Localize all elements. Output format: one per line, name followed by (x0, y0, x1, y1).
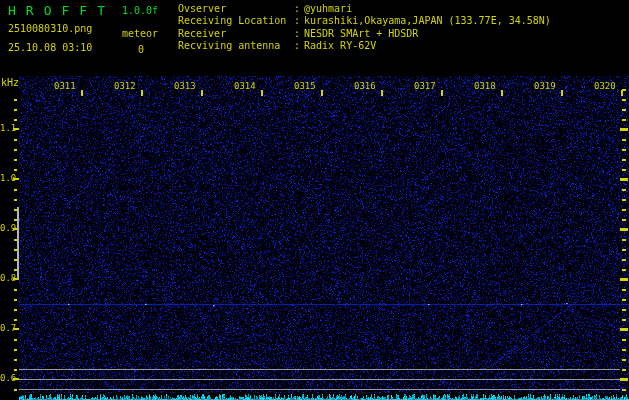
reference-line (19, 379, 620, 380)
time-tick (321, 90, 323, 96)
time-tick-label: 0318 (474, 82, 496, 91)
spectrogram-canvas (0, 0, 629, 400)
freq-minor-tick-right (622, 359, 626, 361)
freq-tick-major-right (620, 128, 628, 131)
time-tick (81, 90, 83, 96)
freq-minor-tick-right (622, 259, 626, 261)
freq-minor-tick (14, 169, 17, 171)
freq-minor-tick (14, 99, 17, 101)
calibration-bar (17, 207, 19, 279)
freq-tick-major-right (620, 328, 628, 331)
info-separator: : (294, 41, 304, 51)
freq-tick-major-right (620, 278, 628, 281)
time-tick-label: 0319 (534, 82, 556, 91)
reference-line (19, 389, 620, 390)
freq-minor-tick (14, 359, 17, 361)
time-tick-label: 0316 (354, 82, 376, 91)
time-tick (141, 90, 143, 96)
info-value: kurashiki,Okayama,JAPAN (133.77E, 34.58N… (304, 15, 551, 26)
time-tick (201, 90, 203, 96)
freq-minor-tick-right (622, 119, 626, 121)
freq-axis-unit-label: kHz (1, 78, 19, 88)
freq-tick-major-right (620, 178, 628, 181)
time-tick (441, 90, 443, 96)
time-tick (261, 90, 263, 96)
info-value: Radix RY-62V (304, 40, 376, 51)
freq-tick-major (13, 328, 19, 330)
freq-minor-tick-right (622, 159, 626, 161)
freq-minor-tick-right (622, 189, 626, 191)
meteor-count: 0 (138, 45, 144, 55)
freq-tick-major-right (620, 228, 628, 231)
freq-minor-tick (14, 199, 17, 201)
freq-minor-tick-right (622, 139, 626, 141)
freq-minor-tick-right (622, 99, 626, 101)
freq-minor-tick (14, 189, 17, 191)
freq-minor-tick (14, 119, 17, 121)
observation-datetime: 25.10.08 03:10 (8, 43, 92, 53)
freq-minor-tick (14, 349, 17, 351)
app-title: HROFFT (8, 4, 115, 17)
reference-line (19, 369, 620, 370)
freq-minor-tick-right (622, 199, 626, 201)
hrofft-window: HROFFT 1.0.0f 2510080310.png meteor 25.1… (0, 0, 629, 400)
info-separator: : (294, 4, 304, 14)
freq-minor-tick (14, 309, 17, 311)
freq-minor-tick (14, 339, 17, 341)
freq-minor-tick-right (622, 339, 626, 341)
freq-minor-tick-right (622, 239, 626, 241)
time-tick-label: 0314 (234, 82, 256, 91)
info-label: Recviving antenna (178, 41, 294, 51)
freq-minor-tick-right (622, 309, 626, 311)
freq-tick-major-right (620, 378, 628, 381)
freq-minor-tick-right (622, 109, 626, 111)
time-tick (561, 90, 563, 96)
time-tick-label: 0313 (174, 82, 196, 91)
info-value: NESDR SMArt + HDSDR (304, 28, 418, 39)
freq-minor-tick-right (622, 149, 626, 151)
freq-minor-tick (14, 319, 17, 321)
freq-minor-tick-right (622, 219, 626, 221)
freq-minor-tick (14, 159, 17, 161)
freq-minor-tick-right (622, 169, 626, 171)
time-tick (381, 90, 383, 96)
info-label: Receiving Location (178, 16, 294, 26)
info-separator: : (294, 29, 304, 39)
freq-minor-tick-right (622, 209, 626, 211)
freq-minor-tick (14, 289, 17, 291)
freq-minor-tick-right (622, 289, 626, 291)
freq-minor-tick (14, 149, 17, 151)
info-label: Receiver (178, 29, 294, 39)
mode-label: meteor (122, 29, 158, 39)
freq-minor-tick-right (622, 349, 626, 351)
freq-minor-tick-right (622, 89, 626, 91)
info-label: Ovserver (178, 4, 294, 14)
freq-minor-tick-right (622, 389, 626, 391)
time-tick (501, 90, 503, 96)
freq-minor-tick-right (622, 299, 626, 301)
freq-tick-major (13, 178, 19, 180)
freq-minor-tick (14, 109, 17, 111)
time-tick-label: 0315 (294, 82, 316, 91)
station-info-row: Recviving antenna:Radix RY-62V (178, 41, 551, 53)
app-version: 1.0.0f (122, 6, 158, 16)
freq-minor-tick (14, 369, 17, 371)
freq-tick-major (13, 128, 19, 130)
freq-minor-tick (14, 139, 17, 141)
time-tick-label: 0320 (594, 82, 616, 91)
station-info-block: Ovserver:@yuhmariReceiving Location:kura… (178, 4, 551, 54)
freq-minor-tick-right (622, 249, 626, 251)
freq-minor-tick-right (622, 319, 626, 321)
freq-minor-tick-right (622, 369, 626, 371)
freq-minor-tick (14, 299, 17, 301)
time-tick-label: 0311 (54, 82, 76, 91)
info-separator: : (294, 16, 304, 26)
freq-minor-tick (14, 389, 17, 391)
info-value: @yuhmari (304, 3, 352, 14)
time-tick-label: 0312 (114, 82, 136, 91)
freq-minor-tick-right (622, 269, 626, 271)
time-tick-label: 0317 (414, 82, 436, 91)
output-filename: 2510080310.png (8, 24, 92, 34)
